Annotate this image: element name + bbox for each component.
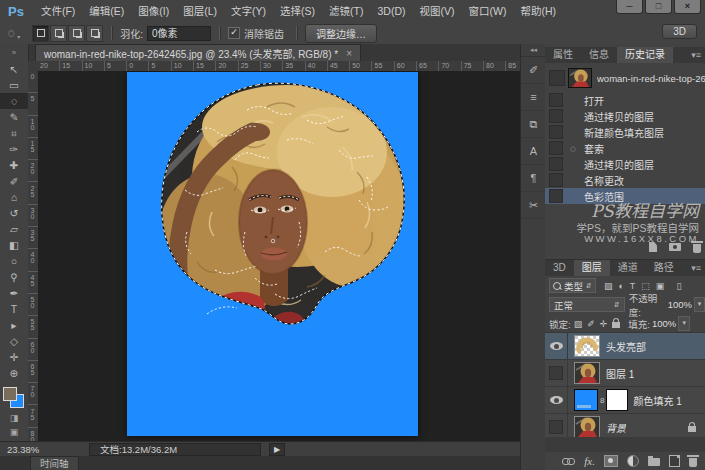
adjustment-layer-icon[interactable] [627, 455, 639, 467]
menu-item-5[interactable]: 选择(S) [273, 0, 322, 22]
blend-mode-dropdown[interactable]: 正常 ⇵ [549, 297, 625, 312]
filter-adjustment-layers-icon[interactable]: ◐ [618, 281, 623, 291]
marquee-tool[interactable]: ▭ [0, 77, 28, 93]
visibility-toggle[interactable] [545, 387, 568, 413]
path-selection-tool[interactable]: ▸ [0, 317, 28, 333]
history-source-well[interactable] [549, 93, 563, 107]
brush-tool[interactable]: ✐ [0, 173, 28, 189]
history-source-well[interactable] [549, 125, 563, 139]
visibility-toggle[interactable] [545, 333, 568, 359]
layer-row-2[interactable]: 8颜色填充 1 [545, 387, 705, 414]
history-state-4[interactable]: 通过拷贝的图层 [545, 156, 705, 172]
history-state-5[interactable]: 名称更改 [545, 172, 705, 188]
history-snapshot-row[interactable]: woman-in-red-nike-top-264246... [545, 66, 705, 90]
adjustments-icon[interactable]: ≡ [521, 84, 546, 111]
menu-item-8[interactable]: 视图(V) [413, 0, 462, 22]
delete-layer-icon[interactable] [689, 458, 697, 467]
history-source-well[interactable] [549, 173, 563, 187]
history-state-3[interactable]: ◌套索 [545, 140, 705, 156]
intersect-selection-button[interactable] [86, 25, 103, 42]
lock-transparency-icon[interactable]: ▨ [574, 319, 583, 329]
clone-source-icon[interactable]: ⧉ [521, 111, 546, 138]
menu-item-10[interactable]: 帮助(H) [513, 0, 563, 22]
visibility-toggle[interactable] [545, 360, 568, 386]
canvas-pasteboard[interactable] [38, 71, 520, 441]
menu-item-4[interactable]: 文字(Y) [224, 0, 273, 22]
move-tool[interactable]: ↖ [0, 61, 28, 77]
menu-item-2[interactable]: 图像(I) [131, 0, 176, 22]
blur-tool[interactable]: ○ [0, 253, 28, 269]
lock-pixels-icon[interactable]: ✐ [587, 319, 595, 329]
layer-row-1[interactable]: 图层 1 [545, 360, 705, 387]
brush-presets-icon[interactable]: ✐ [521, 57, 546, 84]
gradient-tool[interactable]: ◧ [0, 237, 28, 253]
add-layer-mask-icon[interactable] [604, 455, 618, 467]
close-button[interactable]: × [674, 0, 701, 14]
history-source-well[interactable] [549, 157, 563, 171]
tool-presets-icon[interactable]: ✂ [521, 192, 546, 219]
menu-item-7[interactable]: 3D(D) [371, 0, 413, 22]
filter-pixel-layers-icon[interactable]: ▨ [604, 281, 613, 291]
healing-brush-tool[interactable]: ✚ [0, 157, 28, 173]
history-brush-source-well[interactable] [549, 70, 565, 86]
filter-toggle-icon[interactable]: ▯ [676, 281, 681, 291]
lock-position-icon[interactable]: ✛ [600, 319, 608, 329]
new-selection-button[interactable] [32, 25, 49, 42]
layer-filter-dropdown[interactable]: 类型 ⇵ [549, 278, 596, 293]
foreground-color-swatch[interactable] [3, 387, 17, 401]
filter-shape-layers-icon[interactable]: ⬚ [641, 281, 650, 291]
panel-menu-icon[interactable]: ▾≡ [691, 47, 705, 63]
history-state-1[interactable]: 通过拷贝的图层 [545, 108, 705, 124]
zoom-level-field[interactable]: 23.38% [7, 444, 49, 455]
layer-row-0[interactable]: 头发亮部 [545, 333, 705, 360]
tab-history-1[interactable]: 信息 [581, 47, 617, 63]
subtract-from-selection-button[interactable] [68, 25, 85, 42]
opacity-dropdown-button[interactable]: ▼ [694, 297, 705, 312]
add-to-selection-button[interactable] [50, 25, 67, 42]
toolbar-collapse-icon[interactable]: » [0, 44, 29, 61]
shape-tool[interactable]: ◇ [0, 333, 28, 349]
tab-layers-2[interactable]: 通道 [610, 260, 646, 276]
layer-style-icon[interactable]: fx. [584, 456, 595, 466]
lasso-tool[interactable]: ◌ [0, 93, 28, 109]
panel-menu-icon[interactable]: ▾≡ [691, 260, 705, 276]
tab-layers-3[interactable]: 路径 [646, 260, 682, 276]
tab-layers-1[interactable]: 图层 [574, 260, 610, 276]
refine-edge-button[interactable]: 调整边缘… [305, 24, 377, 43]
history-state-2[interactable]: 新建颜色填充图层 [545, 124, 705, 140]
history-state-0[interactable]: 打开 [545, 92, 705, 108]
history-brush-tool[interactable]: ↺ [0, 205, 28, 221]
feather-input[interactable]: 0像素 [147, 26, 211, 41]
new-group-icon[interactable] [648, 458, 660, 466]
fill-dropdown-button[interactable]: ▼ [678, 316, 690, 331]
photo-layer-thumbnail[interactable] [574, 362, 600, 384]
antialias-checkbox[interactable]: ✓ [228, 27, 240, 39]
link-layers-icon[interactable] [562, 458, 575, 465]
new-layer-icon[interactable] [669, 455, 680, 467]
maximize-button[interactable]: □ [645, 0, 672, 14]
history-state-6[interactable]: 色彩范围 [545, 188, 705, 204]
menu-item-9[interactable]: 窗口(W) [462, 0, 514, 22]
active-tool-dropdown[interactable]: ◌ ▾ [8, 26, 20, 40]
fill-layer-thumbnail[interactable] [574, 389, 598, 411]
type-tool[interactable]: T [0, 301, 28, 317]
history-source-well[interactable] [549, 189, 563, 203]
pen-tool[interactable]: ✒ [0, 285, 28, 301]
menu-item-0[interactable]: 文件(F) [34, 0, 82, 22]
history-source-well[interactable] [549, 141, 563, 155]
history-source-well[interactable] [549, 109, 563, 123]
document-canvas[interactable] [127, 72, 418, 436]
screen-mode-button[interactable]: ▣ [0, 425, 28, 439]
tab-layers-0[interactable]: 3D [545, 260, 574, 276]
character-panel-icon[interactable]: A [521, 138, 546, 165]
eraser-tool[interactable]: ▱ [0, 221, 28, 237]
hand-tool[interactable]: ✛ [0, 349, 28, 365]
hair-layer-thumbnail[interactable] [574, 335, 600, 357]
quick-mask-button[interactable]: ◨ [0, 411, 28, 425]
quick-selection-tool[interactable]: ✎ [0, 109, 28, 125]
tab-close-icon[interactable]: × [346, 48, 352, 59]
layer-mask-thumbnail[interactable] [606, 389, 628, 411]
filter-type-layers-icon[interactable]: T [630, 281, 636, 291]
timeline-tab[interactable]: 时间轴 [30, 456, 79, 470]
minimize-button[interactable]: ─ [616, 0, 643, 14]
